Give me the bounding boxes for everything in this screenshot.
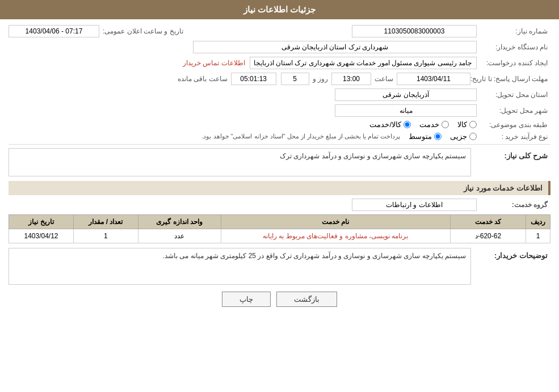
city-label: شهر محل تحویل: [477, 107, 550, 115]
table-body: 1 620-62-د برنامه نویسی، مشاوره و فعالیت… [9, 229, 550, 243]
province-row: استان محل تحویل: آذربایجان شرقی [9, 88, 550, 101]
province-value: آذربایجان شرقی [335, 88, 477, 101]
subject-khedmat-option[interactable]: خدمت [419, 120, 449, 129]
subject-kala-khedmat-label: کالا/خدمت [369, 120, 401, 129]
services-section-title: اطلاعات خدمات مورد نیاز [9, 181, 550, 195]
buyer-notes-value: سیستم یکپارچه سازی شهرسازی و نوسازی و در… [9, 248, 471, 285]
cell-code-0: 620-62-د [450, 229, 526, 243]
purchase-motavaset-radio[interactable] [434, 133, 442, 140]
cell-date-0: 1403/04/12 [9, 229, 74, 243]
subject-label: طبقه بندی موضوعی: [477, 121, 550, 129]
service-group-row: گروه خدمت: اطلاعات و ارتباطات [9, 199, 550, 211]
city-row: شهر محل تحویل: میانه [9, 104, 550, 117]
public-date-label: تاریخ و ساعت اعلان عمومی: [103, 27, 183, 35]
subject-kala-khedmat-option[interactable]: کالا/خدمت [369, 120, 411, 129]
requester-row: ایجاد کننده درخواست: جامد رئیسی شیواری م… [9, 57, 550, 69]
need-description-label: شرح کلی نیاز: [477, 148, 550, 160]
deadline-row: مهلت ارسال پاسخ: تا تاریخ: 1403/04/11 سا… [9, 73, 550, 85]
deadline-remain: 05:01:13 [231, 73, 276, 85]
services-table: ردیف کد خدمت نام خدمت واحد اندازه گیری ت… [9, 214, 550, 243]
deadline-time-label: ساعت [375, 75, 393, 83]
requester-label: ایجاد کننده درخواست: [477, 59, 550, 67]
need-number-value: 1103050083000003 [352, 25, 477, 37]
purchase-motavaset-option[interactable]: متوسط [409, 132, 442, 141]
col-name-header: نام خدمت [221, 215, 450, 229]
buyer-org-value: شهرداری ترک استان اذربایجان شرقی [193, 41, 477, 53]
deadline-remain-label: ساعت باقی مانده [178, 75, 228, 83]
back-button[interactable]: بازگشت [276, 292, 337, 307]
contact-link[interactable]: اطلاعات تماس خریدار [183, 59, 245, 67]
col-date-header: تاریخ نیاز [9, 215, 74, 229]
page-wrapper: جزئیات اطلاعات نیاز شماره نیاز: 11030500… [0, 0, 559, 392]
subject-row: طبقه بندی موضوعی: کالا خدمت کالا/خدمت [9, 120, 550, 129]
purchase-jozei-radio[interactable] [469, 133, 477, 140]
subject-kala-option[interactable]: کالا [457, 120, 477, 129]
subject-khedmat-radio[interactable] [442, 121, 449, 128]
need-number-row: شماره نیاز: 1103050083000003 تاریخ و ساع… [9, 25, 550, 37]
deadline-days: 5 [281, 73, 309, 85]
subject-kala-khedmat-radio[interactable] [404, 121, 411, 128]
buyer-notes-wrapper: سیستم یکپارچه سازی شهرسازی و نوسازی و در… [9, 248, 471, 285]
table-header-row: ردیف کد خدمت نام خدمت واحد اندازه گیری ت… [9, 215, 550, 229]
purchase-motavaset-label: متوسط [409, 132, 432, 141]
print-button[interactable]: چاپ [222, 292, 271, 307]
subject-kala-radio[interactable] [469, 121, 477, 128]
deadline-day-label: روز و [313, 75, 328, 83]
need-number-label: شماره نیاز: [477, 27, 550, 35]
cell-count-0: 1 [73, 229, 138, 243]
cell-row-0: 1 [526, 229, 550, 243]
need-description-value: سیستم یکپارچه سازی شهرسازی و نوسازی و در… [9, 148, 471, 176]
city-value: میانه [335, 104, 477, 117]
col-count-header: تعداد / مقدار [73, 215, 138, 229]
purchase-type-label: نوع فرآیند خرید : [477, 133, 550, 141]
button-row: بازگشت چاپ [9, 292, 550, 307]
deadline-date: 1403/04/11 [397, 73, 470, 85]
table-row: 1 620-62-د برنامه نویسی، مشاوره و فعالیت… [9, 229, 550, 243]
col-unit-header: واحد اندازه گیری [138, 215, 221, 229]
need-description-wrapper: سیستم یکپارچه سازی شهرسازی و نوسازی و در… [9, 148, 471, 176]
buyer-notes-label: توضیحات خریدار: [477, 248, 550, 260]
buyer-org-row: نام دستگاه خریدار: شهرداری ترک استان اذر… [9, 41, 550, 53]
subject-kala-label: کالا [457, 120, 467, 129]
subject-khedmat-label: خدمت [419, 120, 439, 129]
page-title: جزئیات اطلاعات نیاز [243, 5, 316, 14]
divider-1 [9, 144, 550, 145]
col-code-header: کد خدمت [450, 215, 526, 229]
purchase-jozei-label: جزیی [450, 132, 467, 141]
public-date-value: 1403/04/06 - 07:17 [9, 25, 99, 37]
table-header: ردیف کد خدمت نام خدمت واحد اندازه گیری ت… [9, 215, 550, 229]
subject-radio-group: کالا خدمت کالا/خدمت [369, 120, 477, 129]
deadline-label: مهلت ارسال پاسخ: تا تاریخ: [470, 75, 550, 83]
province-label: استان محل تحویل: [477, 91, 550, 99]
buyer-org-label: نام دستگاه خریدار: [477, 43, 550, 51]
requester-value: جامد رئیسی شیواری مسئول امور خدمات شهری … [250, 57, 477, 69]
service-group-value: اطلاعات و ارتباطات [352, 199, 477, 211]
deadline-time: 13:00 [331, 73, 371, 85]
col-row-header: ردیف [526, 215, 550, 229]
service-group-label: گروه خدمت: [477, 201, 550, 209]
page-header: جزئیات اطلاعات نیاز [0, 0, 559, 19]
cell-name-0: برنامه نویسی، مشاوره و فعالیت‌های مربوط … [221, 229, 450, 243]
need-description-section: شرح کلی نیاز: سیستم یکپارچه سازی شهرسازی… [9, 148, 550, 176]
purchase-type-radio-group: جزیی متوسط [409, 132, 477, 141]
cell-unit-0: عدد [138, 229, 221, 243]
main-content: شماره نیاز: 1103050083000003 تاریخ و ساع… [0, 19, 559, 318]
purchase-jozei-option[interactable]: جزیی [450, 132, 477, 141]
buyer-notes-section: توضیحات خریدار: سیستم یکپارچه سازی شهرسا… [9, 248, 550, 285]
purchase-type-row: نوع فرآیند خرید : جزیی متوسط پرداخت تمام… [9, 132, 550, 141]
purchase-note: پرداخت تمام یا بخشی از مبلغ خریدار از مح… [201, 133, 400, 140]
